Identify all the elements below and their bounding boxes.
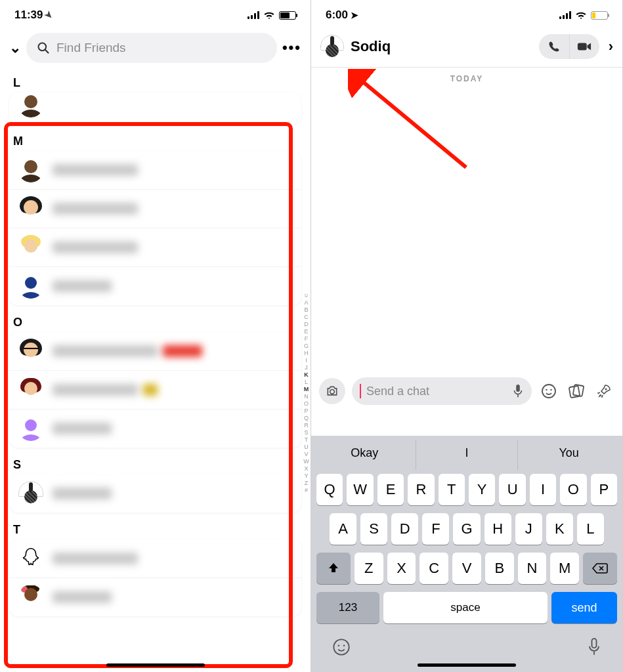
shift-icon (327, 562, 340, 575)
wifi-icon (575, 10, 587, 20)
screen-friends-list: 11:39 ➤ ⌄ Find Friends ••• L (0, 0, 311, 672)
rocket-button[interactable] (593, 383, 614, 399)
friend-row[interactable] (9, 410, 301, 448)
key-s[interactable]: S (360, 513, 387, 545)
key-j[interactable]: J (515, 513, 542, 545)
friend-row[interactable] (9, 151, 301, 190)
key-n[interactable]: N (518, 553, 547, 584)
svg-point-5 (542, 385, 555, 398)
key-f[interactable]: F (422, 513, 449, 545)
key-l[interactable]: L (577, 513, 604, 545)
svg-point-12 (338, 644, 340, 646)
chat-input-bar: Send a chat (311, 372, 622, 413)
chat-messages-area[interactable] (311, 90, 622, 372)
key-d[interactable]: D (391, 513, 418, 545)
location-icon: ➤ (351, 10, 358, 20)
avatar (18, 416, 43, 441)
more-icon[interactable]: ••• (282, 39, 301, 56)
friend-row[interactable] (9, 332, 301, 371)
camera-icon (326, 385, 339, 398)
mic-icon (587, 638, 601, 656)
avatar (18, 546, 43, 571)
key-z[interactable]: Z (354, 553, 383, 584)
keyboard: Okay I You Q W E R T Y U I O P A S D F (311, 436, 622, 672)
emoji-button[interactable] (538, 383, 559, 399)
key-v[interactable]: V (452, 553, 481, 584)
key-p[interactable]: P (591, 474, 617, 505)
chevron-right-icon[interactable]: › (609, 38, 613, 55)
key-a[interactable]: A (330, 513, 356, 545)
key-numbers[interactable]: 123 (316, 592, 379, 623)
key-k[interactable]: K (546, 513, 573, 545)
key-h[interactable]: H (484, 513, 511, 545)
friend-row[interactable] (9, 267, 301, 305)
gallery-button[interactable] (566, 383, 587, 399)
key-u[interactable]: U (499, 474, 525, 505)
key-i[interactable]: I (530, 474, 556, 505)
mic-icon[interactable] (512, 384, 524, 398)
key-r[interactable]: R (408, 474, 434, 505)
avatar (18, 235, 43, 260)
svg-line-1 (45, 50, 49, 53)
key-g[interactable]: G (453, 513, 480, 545)
cards-icon (568, 383, 585, 399)
contact-name[interactable]: Sodiq (351, 38, 532, 55)
friend-name-blurred (53, 591, 292, 603)
chevron-down-icon[interactable]: ⌄ (9, 39, 21, 56)
friend-row[interactable] (9, 371, 301, 410)
svg-point-13 (343, 644, 345, 646)
friend-name-blurred (53, 488, 292, 499)
friend-row[interactable] (9, 190, 301, 228)
search-icon (37, 41, 50, 54)
audio-call-button[interactable] (539, 34, 569, 59)
section-card (9, 93, 301, 124)
alpha-index[interactable]: ☺ABCDEFGHIJKLMNOPQRSTUVWXYZ# (303, 292, 309, 494)
status-time: 11:39 (14, 9, 43, 22)
chat-header: Sodiq › (311, 30, 622, 68)
key-x[interactable]: X (387, 553, 416, 584)
suggestion[interactable]: You (518, 440, 620, 470)
dictation-button[interactable] (587, 638, 601, 660)
contact-avatar[interactable] (320, 35, 344, 58)
key-y[interactable]: Y (469, 474, 495, 505)
key-q[interactable]: Q (316, 474, 343, 505)
section-header: L (9, 72, 301, 93)
friend-row[interactable] (9, 539, 301, 578)
key-c[interactable]: C (419, 553, 448, 584)
friend-name-blurred (53, 164, 292, 176)
key-e[interactable]: E (377, 474, 404, 505)
friend-row[interactable] (9, 93, 301, 124)
svg-point-6 (546, 389, 547, 390)
friend-name-blurred (53, 553, 292, 564)
key-backspace[interactable] (583, 553, 617, 584)
search-input[interactable]: Find Friends (26, 33, 277, 63)
friend-name-blurred (53, 280, 292, 292)
camera-button[interactable] (319, 378, 345, 404)
signal-icon (247, 11, 259, 19)
friend-name-blurred (53, 242, 292, 253)
suggestion[interactable]: Okay (314, 440, 416, 470)
home-indicator (418, 663, 516, 667)
friend-row[interactable] (9, 474, 301, 513)
backspace-icon (592, 562, 608, 574)
friend-row[interactable] (9, 228, 301, 267)
battery-icon (591, 11, 608, 20)
suggestion[interactable]: I (416, 440, 519, 470)
chat-input[interactable]: Send a chat (352, 377, 532, 405)
video-call-button[interactable] (569, 34, 599, 59)
key-m[interactable]: M (550, 553, 579, 584)
key-o[interactable]: O (560, 474, 586, 505)
key-w[interactable]: W (347, 474, 373, 505)
key-b[interactable]: B (485, 553, 514, 584)
key-shift[interactable] (316, 553, 351, 584)
avatar (18, 158, 43, 182)
smiley-icon (332, 638, 351, 656)
emoji-keyboard-button[interactable] (332, 638, 351, 660)
friend-name-blurred (53, 203, 292, 215)
key-send[interactable]: send (551, 592, 617, 623)
key-space[interactable]: space (383, 592, 548, 623)
friend-row[interactable] (9, 578, 301, 616)
key-t[interactable]: T (439, 474, 465, 505)
svg-rect-4 (516, 385, 520, 392)
friends-list[interactable]: L M (0, 72, 311, 672)
